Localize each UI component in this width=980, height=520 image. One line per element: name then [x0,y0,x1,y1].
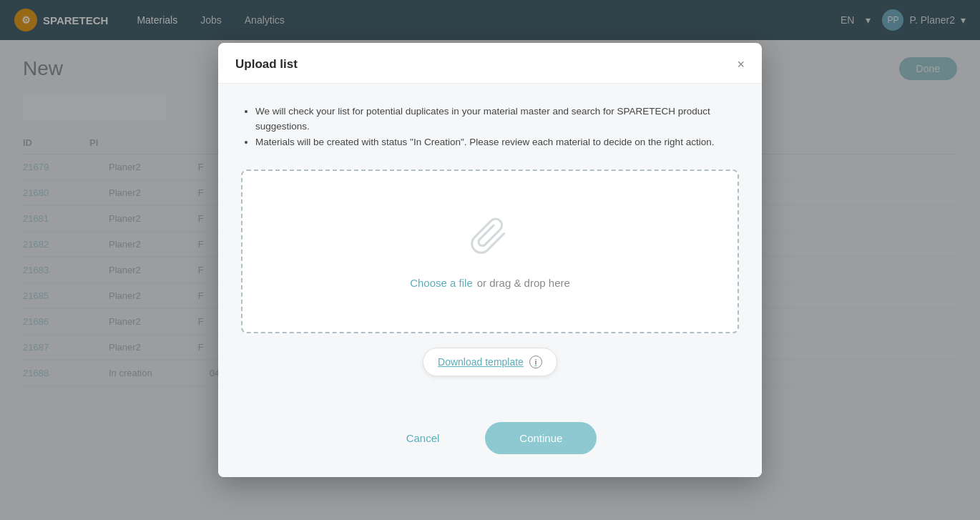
choose-file-link[interactable]: Choose a file [410,277,473,289]
paperclip-icon [470,214,510,260]
modal-body: We will check your list for potential du… [218,84,762,423]
dropzone-text: Choose a file or drag & drop here [410,277,570,289]
modal-title: Upload list [235,57,298,72]
file-dropzone[interactable]: Choose a file or drag & drop here [241,170,739,333]
close-button[interactable]: × [737,58,745,71]
download-template-button[interactable]: Download template i [423,348,557,376]
info-icon: i [529,355,542,368]
cancel-button[interactable]: Cancel [383,422,463,454]
modal-footer: Cancel Continue [218,422,762,477]
upload-list-modal: Upload list × We will check your list fo… [218,43,762,478]
info-item-2: Materials will be created with status "I… [255,134,739,150]
info-item-1: We will check your list for potential du… [255,104,739,134]
modal-header: Upload list × [218,43,762,84]
info-list: We will check your list for potential du… [241,104,739,150]
continue-button[interactable]: Continue [485,422,597,454]
or-drag-drop-text: or drag & drop here [477,277,570,289]
download-template-label: Download template [438,356,524,368]
download-template-wrapper: Download template i [241,348,739,376]
